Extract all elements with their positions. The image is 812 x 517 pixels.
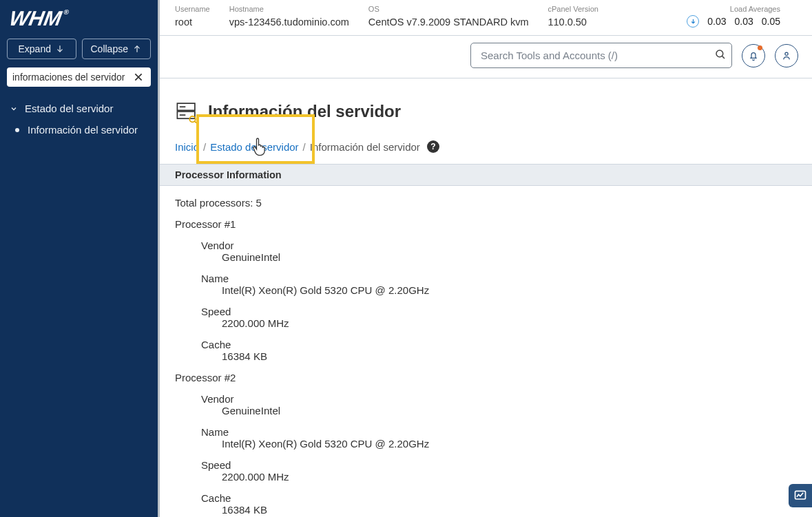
sidebar-group-server-status[interactable]: Estado del servidor xyxy=(0,98,158,119)
processor-title: Processor #1 xyxy=(175,218,797,230)
page-title: Información del servidor xyxy=(208,102,401,121)
server-icon xyxy=(175,100,198,123)
bullet-icon xyxy=(15,128,19,132)
vendor-value: GenuineIntel xyxy=(222,405,797,416)
svg-point-6 xyxy=(189,116,196,123)
breadcrumb-separator: / xyxy=(303,141,306,153)
name-label: Name xyxy=(201,273,797,284)
sidebar: WHM® Expand Collapse Estado del servidor xyxy=(0,0,160,517)
action-bar xyxy=(160,36,812,78)
vendor-label: Vendor xyxy=(201,240,797,251)
expand-button[interactable]: Expand xyxy=(7,39,76,59)
bell-icon xyxy=(748,50,759,61)
global-search-input[interactable] xyxy=(470,43,732,68)
user-icon xyxy=(781,50,792,61)
whm-logo-text: WHM® xyxy=(8,7,68,30)
stat-hostname-label: Hostname xyxy=(229,4,349,14)
breadcrumb-separator: / xyxy=(203,141,206,153)
stat-loadavg: Load Averages 0.03 0.03 0.05 xyxy=(687,4,780,28)
collapse-button[interactable]: Collapse xyxy=(82,39,152,59)
arrow-up-icon xyxy=(132,44,142,54)
section-header-processor-info: Processor Information xyxy=(160,164,812,186)
name-value: Intel(R) Xeon(R) Gold 5320 CPU @ 2.20GHz xyxy=(222,438,797,450)
download-icon[interactable] xyxy=(687,15,699,28)
stat-username-value: root xyxy=(175,14,210,29)
stat-os-value: CentOS v7.9.2009 STANDARD kvm xyxy=(368,14,529,29)
breadcrumb-server-status[interactable]: Estado del servidor xyxy=(210,141,298,153)
vendor-value: GenuineIntel xyxy=(222,251,797,263)
stat-username-label: Username xyxy=(175,4,210,14)
speed-label: Speed xyxy=(201,459,797,471)
speed-label: Speed xyxy=(201,306,797,317)
svg-line-7 xyxy=(195,122,197,124)
cache-value: 16384 KB xyxy=(222,504,797,516)
speed-value: 2200.000 MHz xyxy=(222,471,797,483)
breadcrumb: Inicio / Estado del servidor / Informaci… xyxy=(160,134,812,164)
sidebar-item-label: Información del servidor xyxy=(28,124,138,136)
svg-point-1 xyxy=(785,52,788,55)
svg-point-0 xyxy=(716,50,723,57)
notification-dot-icon xyxy=(758,45,762,50)
stat-cpanel-value: 110.0.50 xyxy=(548,14,598,29)
processor-title: Processor #2 xyxy=(175,372,797,383)
stat-hostname: Hostname vps-123456.tudominio.com xyxy=(229,4,349,29)
vendor-label: Vendor xyxy=(201,393,797,405)
stat-username: Username root xyxy=(175,4,210,29)
breadcrumb-current: Información del servidor xyxy=(310,141,420,153)
collapse-label: Collapse xyxy=(91,43,128,54)
sidebar-item-server-info[interactable]: Información del servidor xyxy=(0,119,158,140)
arrow-down-icon xyxy=(55,44,65,54)
sidebar-search-input[interactable] xyxy=(7,67,151,87)
cache-value: 16384 KB xyxy=(222,350,797,362)
top-info-bar: Username root Hostname vps-123456.tudomi… xyxy=(160,0,812,36)
expand-label: Expand xyxy=(19,43,51,54)
load-1m: 0.03 xyxy=(707,16,726,27)
name-label: Name xyxy=(201,426,797,438)
logo: WHM® xyxy=(0,0,158,34)
stat-loadavg-label: Load Averages xyxy=(687,4,780,14)
chevron-down-icon xyxy=(10,105,18,113)
user-menu-button[interactable] xyxy=(775,44,798,67)
notifications-button[interactable] xyxy=(742,44,765,67)
load-5m: 0.03 xyxy=(735,16,753,27)
help-icon[interactable]: ? xyxy=(427,140,439,153)
sidebar-group-label: Estado del servidor xyxy=(25,103,113,114)
page-content: Información del servidor Inicio / Estado… xyxy=(160,78,812,517)
speed-value: 2200.000 MHz xyxy=(222,317,797,329)
breadcrumb-home[interactable]: Inicio xyxy=(175,141,199,153)
search-icon[interactable] xyxy=(714,48,727,61)
stat-cpanel: cPanel Version 110.0.50 xyxy=(548,4,598,29)
stat-hostname-value: vps-123456.tudominio.com xyxy=(229,14,349,29)
clear-search-icon[interactable] xyxy=(132,70,145,84)
total-processors: Total processors: 5 xyxy=(175,197,797,209)
load-15m: 0.05 xyxy=(762,16,780,27)
main-area: Username root Hostname vps-123456.tudomi… xyxy=(160,0,812,517)
cache-label: Cache xyxy=(201,492,797,504)
stats-fab-button[interactable] xyxy=(789,484,812,507)
cache-label: Cache xyxy=(201,339,797,350)
chart-icon xyxy=(793,489,807,503)
stat-os-label: OS xyxy=(368,4,529,14)
svg-rect-8 xyxy=(795,491,806,499)
stat-os: OS CentOS v7.9.2009 STANDARD kvm xyxy=(368,4,529,29)
stat-cpanel-label: cPanel Version xyxy=(548,4,598,14)
name-value: Intel(R) Xeon(R) Gold 5320 CPU @ 2.20GHz xyxy=(222,284,797,296)
